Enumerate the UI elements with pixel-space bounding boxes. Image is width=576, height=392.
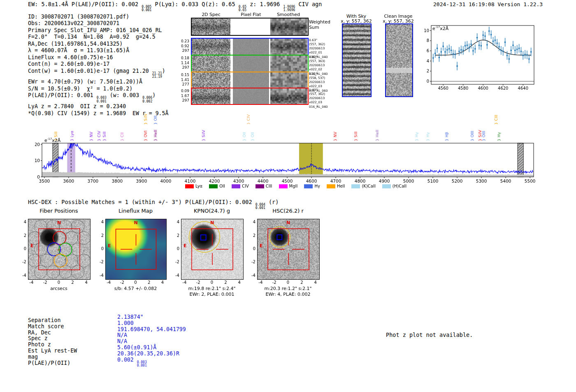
units-text: e (44, 138, 47, 143)
text-segment: 1.000 (117, 320, 134, 326)
info-line: P(LAE)/P(OII): 0.001 0.0030.001 (w: 0.00… (28, 92, 168, 103)
info-line: Primary Spec_Slot_IFU_AMP: 016_104_026_R… (28, 27, 168, 34)
tick-label: -4 (95, 273, 104, 278)
info-line: ID: 3008702071 (3008702071.pdf) (28, 14, 168, 20)
cutout-caption: EWr: 4, PLAE: 0.002 (241, 292, 335, 297)
match-table-value: N/A (117, 332, 186, 339)
stacked-uncertainty: 0.0060.002 (142, 96, 152, 103)
text-segment: RA,Dec (191.697861,54.041325) (28, 41, 123, 47)
match-table-value: 1.000 (117, 320, 186, 327)
text-segment: ) (152, 92, 156, 98)
compass-north: N (57, 220, 61, 225)
legend-swatch (279, 184, 288, 188)
legend-swatch (255, 184, 264, 188)
text-segment: Cont(w) = 1.60(±0.01)e-17 (gmag 21.20 (28, 68, 152, 74)
match-table-label: P(LAE)/P(OII) (28, 360, 77, 366)
tick-label: 0 (130, 280, 141, 285)
text-segment: z: 1.9696 (246, 1, 283, 7)
spec2d-row-border (191, 88, 309, 105)
inset-units-label: e-17x2Å (432, 26, 448, 31)
match-table-label: Est LyA rest-EW (28, 348, 77, 354)
tick-label: 2 (95, 233, 104, 238)
stacked-uncertainty: 0.0050.001 (142, 5, 151, 12)
legend-swatch (327, 184, 335, 188)
match-table-label: Match score (28, 324, 77, 330)
cutout-caption: m:20.3 re:1.2" s:2.1" (241, 286, 335, 291)
stacked-uncertainty: 0.0030.001 (97, 96, 107, 103)
match-table-label: Separation (28, 318, 77, 324)
cutout-title: HSC(26.2) r (251, 208, 325, 214)
tick-label: 0 (17, 246, 26, 251)
text-segment: CIV agn (295, 1, 322, 7)
match-table-labels: SeparationMatch scoreRA, DecSpec zPhoto … (28, 318, 77, 366)
cutout-title: KPNO(24.7) g (175, 208, 249, 214)
match-table-value: N/A (117, 339, 186, 345)
info-line: λ = 4600.07Å σ = 11.93(±1.65)Å (28, 47, 168, 54)
text-segment: S/N = 10.5(±0.9) χ² = 1.0(±0.2) (28, 86, 132, 92)
legend-item: Hγ (304, 184, 320, 188)
stacked-uncertainty: 21.2121.19 (152, 72, 162, 79)
tick-label: 4 (157, 280, 168, 285)
info-line: Cont(w) = 1.60(±0.01)e-17 (gmag 21.20 21… (28, 68, 168, 79)
stacked-uncertainty: 0.650.65 (239, 5, 246, 12)
text-segment: (r) (265, 199, 279, 205)
match-table-value: 2.13874" (117, 314, 186, 320)
tick-label: -4 (26, 280, 37, 285)
tick-label: -4 (103, 280, 114, 285)
spec2d-row-left-values: 0.23 0.92 297 (177, 39, 189, 53)
tick-label: -2 (269, 280, 280, 285)
weighted-sum-label: Weighted Sum (309, 19, 330, 30)
tick-label: 4 (234, 280, 245, 285)
spec2d-column-header: Pixel Flat (230, 12, 272, 17)
legend-swatch (351, 184, 360, 188)
tick-label: -2 (117, 280, 128, 285)
match-table-label: Photo z (28, 342, 77, 348)
match-table-value: 191.698470, 54.041799 (117, 327, 186, 333)
units-text: -17 (47, 137, 52, 141)
legend-item: CIV (232, 184, 249, 188)
legend-swatch (382, 184, 391, 188)
legend-item: MgII (279, 184, 298, 188)
elixer-detection-report: EW: 5.8±1.4Å P(LAE)/P(OII): 0.002 0.0050… (0, 0, 576, 392)
tick-label: 2 (67, 280, 78, 285)
match-table-value: 20.36(20.35,20.36)R (117, 351, 186, 357)
tick-label: 2 (220, 280, 231, 285)
legend-item: CIII (255, 184, 272, 188)
legend-label: OII (219, 184, 225, 188)
cutout-image-fiber-positions (28, 219, 91, 280)
text-segment: 20.36(20.35,20.36)R (117, 350, 179, 357)
text-segment: HSC-DEX : Possible Matches = 1 (within +… (28, 199, 255, 205)
tick-label: 2 (296, 280, 307, 285)
tick-label: -4 (179, 280, 190, 285)
info-line: RA,Dec (191.697861,54.041325) (28, 41, 168, 47)
weighted-sum-row-border (191, 18, 309, 36)
tick-label: 0 (170, 246, 179, 251)
text-segment: 191.698470, 54.041799 (117, 326, 186, 332)
match-table-value: 5.60(±0.91)Å (117, 345, 186, 351)
tick-label: -4 (255, 280, 266, 285)
clean-image (385, 23, 413, 97)
text-segment: P(Lyα): 0.033 Q(z): 0.65 (151, 1, 238, 7)
match-table-values: 2.13874"1.000191.698470, 54.041799N/AN/A… (117, 314, 186, 367)
legend-swatch (185, 184, 194, 188)
spectral-line-legend: LyαOIICIVCIIIMgIIHγHeII(K)CaII(H)CaII (185, 184, 406, 188)
cutout-title: Fiber Positions (22, 208, 96, 214)
spec2d-row-border (191, 38, 309, 56)
stacked-uncertainty: 0.0030.001 (137, 361, 147, 368)
spec2d-row-left-values: 0.18 1.14 297 (177, 56, 189, 70)
text-segment: LineFlux = 4.60(±0.75)e-16 (28, 54, 113, 60)
compass-east: E (183, 243, 187, 248)
text-segment: (w: 0.003 (107, 92, 142, 98)
cutout-image-kpno-24-7-g (181, 219, 244, 280)
info-line: Obs: 20200613v022_3008702071 (28, 20, 168, 27)
legend-label: (H)CaII (393, 184, 406, 188)
cutout-title: Lineflux Map (99, 208, 173, 214)
compass-north: N (286, 220, 290, 225)
spectrum-units-label: e-17x2Å (44, 137, 60, 143)
tick-label: 2 (246, 233, 255, 238)
compass-north: N (210, 220, 214, 225)
tick-label: 4 (17, 220, 26, 224)
legend-item: (H)CaII (382, 184, 406, 188)
legend-item: HeII (327, 184, 345, 188)
spec2d-row-border (191, 72, 309, 88)
